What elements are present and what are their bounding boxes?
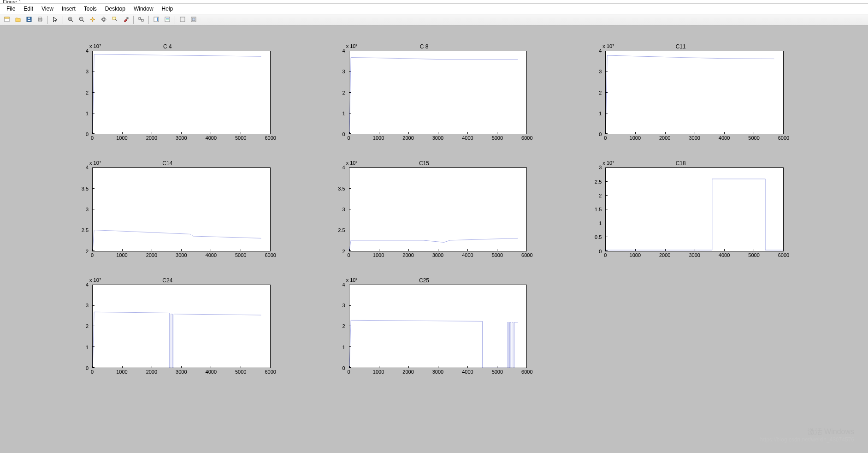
- menu-desktop[interactable]: Desktop: [101, 5, 129, 13]
- menu-help[interactable]: Help: [158, 5, 177, 13]
- legend-button[interactable]: [162, 15, 172, 24]
- x-tick-label: 3000: [176, 135, 187, 141]
- axes-c18[interactable]: x 10⁷C1800.511.522.530100020003000400050…: [578, 161, 784, 259]
- pointer-icon: [52, 16, 59, 24]
- new-figure-icon: [4, 16, 10, 24]
- x-tick-label: 0: [348, 252, 350, 258]
- pan-icon: [89, 16, 96, 24]
- window-title: Figure 1: [0, 0, 868, 4]
- x-tick-label: 5000: [235, 369, 246, 375]
- axes-empty: [578, 278, 784, 376]
- y-tick-label: 2: [342, 249, 345, 254]
- datacursor-button[interactable]: [110, 15, 120, 24]
- y-tick-label: 2: [342, 90, 345, 95]
- menu-insert[interactable]: Insert: [58, 5, 79, 13]
- axes-c14[interactable]: x 10⁷C1422.533.5401000200030004000500060…: [65, 161, 271, 259]
- show-plot-button[interactable]: [189, 15, 199, 24]
- x-tick-label: 4000: [206, 369, 217, 375]
- hide-plot-button[interactable]: [177, 15, 188, 24]
- axes-c24[interactable]: x 10⁷C24012340100020003000400050006000: [65, 278, 271, 376]
- new-figure-button[interactable]: [2, 15, 12, 24]
- print-icon: [37, 16, 43, 24]
- rotate3d-button[interactable]: [99, 15, 109, 24]
- brush-button[interactable]: [121, 15, 131, 24]
- figure-area: x 10⁷C 4012340100020003000400050006000x …: [0, 26, 868, 453]
- brush-icon: [123, 16, 129, 24]
- axes-c15[interactable]: x 10⁷C1522.533.5401000200030004000500060…: [321, 161, 527, 259]
- toolbar-separator: [63, 16, 63, 24]
- axes-c8[interactable]: x 10⁷C 8012340100020003000400050006000: [321, 44, 527, 143]
- x-tick-label: 6000: [521, 369, 532, 375]
- svg-rect-1: [5, 17, 9, 18]
- menu-view[interactable]: View: [38, 5, 57, 13]
- x-tick-label: 6000: [265, 252, 276, 258]
- open-button[interactable]: [13, 15, 23, 24]
- x-tick-label: 3000: [176, 369, 187, 375]
- x-tick-label: 0: [91, 369, 94, 375]
- menu-file[interactable]: File: [3, 5, 19, 13]
- colorbar-button[interactable]: [151, 15, 161, 24]
- menu-edit[interactable]: Edit: [20, 5, 37, 13]
- axes-title: C11: [578, 43, 784, 50]
- svg-rect-22: [142, 19, 143, 21]
- axes-title: C15: [321, 160, 527, 167]
- x-tick-label: 1000: [630, 135, 641, 141]
- rotate3d-icon: [100, 16, 107, 24]
- svg-rect-4: [28, 18, 30, 19]
- axes-c25[interactable]: x 10⁷C25012340100020003000400050006000: [321, 278, 527, 376]
- x-ticks: 0100020003000400050006000: [92, 135, 271, 143]
- zoom-out-button[interactable]: [77, 15, 87, 24]
- axes-c11[interactable]: x 10⁷C11012340100020003000400050006000: [578, 44, 784, 143]
- plot-box: [349, 167, 527, 251]
- x-tick-label: 4000: [462, 369, 473, 375]
- svg-rect-20: [127, 18, 128, 19]
- x-tick-label: 5000: [748, 252, 759, 258]
- svg-rect-6: [39, 17, 41, 18]
- save-button[interactable]: [24, 15, 34, 24]
- toolbar-separator: [47, 16, 48, 24]
- y-tick-label: 3: [342, 303, 345, 308]
- y-tick-label: 2: [86, 90, 89, 95]
- x-tick-label: 5000: [492, 369, 503, 375]
- y-tick-label: 3: [599, 165, 602, 170]
- menu-tools[interactable]: Tools: [80, 5, 100, 13]
- axes-title: C24: [65, 277, 271, 284]
- x-tick-label: 2000: [146, 252, 157, 258]
- x-ticks: 0100020003000400050006000: [349, 369, 527, 376]
- y-ticks: 00.511.522.53: [578, 167, 603, 251]
- series-line: [606, 168, 783, 250]
- axes-c4[interactable]: x 10⁷C 4012340100020003000400050006000: [65, 44, 271, 143]
- x-tick-label: 4000: [462, 135, 473, 141]
- plot-box: [92, 51, 271, 134]
- plot-box: [92, 167, 271, 251]
- series-line: [349, 285, 527, 368]
- legend-icon: [164, 16, 171, 24]
- pan-button[interactable]: [88, 15, 98, 24]
- plot-box: [605, 51, 784, 134]
- y-tick-label: 3.5: [338, 186, 345, 191]
- x-ticks: 0100020003000400050006000: [92, 369, 271, 376]
- y-tick-label: 3: [342, 69, 345, 74]
- y-tick-label: 2: [599, 193, 602, 198]
- axes-title: C 4: [65, 43, 271, 50]
- x-tick-label: 5000: [748, 135, 759, 141]
- svg-rect-25: [157, 18, 158, 21]
- print-button[interactable]: [35, 15, 45, 24]
- y-tick-label: 4: [342, 48, 345, 54]
- y-tick-label: 2: [342, 323, 345, 329]
- svg-rect-31: [192, 18, 195, 21]
- menu-window[interactable]: Window: [130, 5, 157, 13]
- y-tick-label: 1: [342, 111, 345, 116]
- svg-point-15: [92, 18, 94, 20]
- pointer-button[interactable]: [50, 15, 60, 24]
- zoom-in-button[interactable]: [65, 15, 76, 24]
- x-tick-label: 0: [604, 135, 607, 141]
- y-ticks: 01234: [65, 285, 90, 368]
- window-title-text: Figure 1: [3, 0, 21, 4]
- x-tick-label: 1000: [373, 135, 384, 141]
- y-tick-label: 1: [342, 345, 345, 350]
- svg-rect-26: [165, 17, 170, 22]
- x-tick-label: 4000: [206, 252, 217, 258]
- link-button[interactable]: [136, 15, 146, 24]
- y-tick-label: 4: [599, 48, 602, 54]
